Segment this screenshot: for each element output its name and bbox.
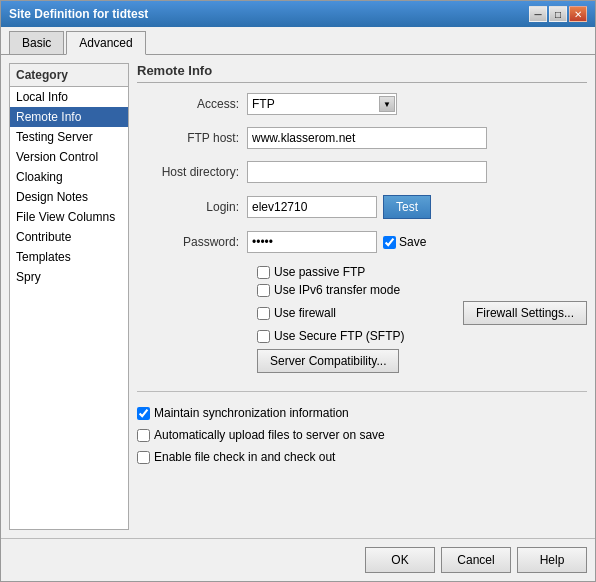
- check-in-row: Enable file check in and check out: [137, 450, 587, 464]
- sidebar-item-testing-server[interactable]: Testing Server: [10, 127, 128, 147]
- password-input[interactable]: [247, 231, 377, 253]
- help-button[interactable]: Help: [517, 547, 587, 573]
- checkbox-section: Use passive FTP Use IPv6 transfer mode U…: [257, 265, 587, 373]
- tab-basic[interactable]: Basic: [9, 31, 64, 54]
- footer: OK Cancel Help: [1, 538, 595, 581]
- firewall-label: Use firewall: [274, 306, 336, 320]
- sidebar-item-spry[interactable]: Spry: [10, 267, 128, 287]
- ftp-host-row: FTP host:: [137, 127, 587, 149]
- save-checkbox-group: Save: [383, 235, 426, 249]
- maximize-button[interactable]: □: [549, 6, 567, 22]
- sftp-label: Use Secure FTP (SFTP): [274, 329, 404, 343]
- password-row: Password: Save: [137, 231, 587, 253]
- sync-row: Maintain synchronization information: [137, 406, 587, 420]
- ipv6-label: Use IPv6 transfer mode: [274, 283, 400, 297]
- save-checkbox[interactable]: [383, 236, 396, 249]
- sidebar: Category Local Info Remote Info Testing …: [9, 63, 129, 530]
- sidebar-item-design-notes[interactable]: Design Notes: [10, 187, 128, 207]
- access-row: Access: FTP SFTP Local/Network RDS WebDA…: [137, 93, 587, 115]
- check-in-label: Enable file check in and check out: [154, 450, 335, 464]
- sidebar-item-remote-info[interactable]: Remote Info: [10, 107, 128, 127]
- window-title: Site Definition for tidtest: [9, 7, 148, 21]
- firewall-checkbox[interactable]: [257, 307, 270, 320]
- tabs-bar: Basic Advanced: [1, 27, 595, 55]
- divider: [137, 391, 587, 392]
- auto-upload-row: Automatically upload files to server on …: [137, 428, 587, 442]
- sidebar-item-local-info[interactable]: Local Info: [10, 87, 128, 107]
- ftp-host-label: FTP host:: [137, 131, 247, 145]
- firewall-left: Use firewall: [257, 306, 336, 320]
- sync-checkbox[interactable]: [137, 407, 150, 420]
- sync-label: Maintain synchronization information: [154, 406, 349, 420]
- access-label: Access:: [137, 97, 247, 111]
- cancel-button[interactable]: Cancel: [441, 547, 511, 573]
- passive-ftp-row: Use passive FTP: [257, 265, 587, 279]
- host-dir-input[interactable]: [247, 161, 487, 183]
- close-button[interactable]: ✕: [569, 6, 587, 22]
- login-controls: Test: [247, 195, 431, 219]
- login-row: Login: Test: [137, 195, 587, 219]
- firewall-settings-button[interactable]: Firewall Settings...: [463, 301, 587, 325]
- host-dir-label: Host directory:: [137, 165, 247, 179]
- host-dir-row: Host directory:: [137, 161, 587, 183]
- sftp-checkbox[interactable]: [257, 330, 270, 343]
- content-area: Category Local Info Remote Info Testing …: [1, 55, 595, 538]
- access-select[interactable]: FTP SFTP Local/Network RDS WebDAV: [247, 93, 397, 115]
- sidebar-header: Category: [10, 64, 128, 87]
- ipv6-checkbox[interactable]: [257, 284, 270, 297]
- firewall-row: Use firewall Firewall Settings...: [257, 301, 587, 325]
- login-input[interactable]: [247, 196, 377, 218]
- main-panel: Remote Info Access: FTP SFTP Local/Netwo…: [137, 63, 587, 530]
- main-window: Site Definition for tidtest ─ □ ✕ Basic …: [0, 0, 596, 582]
- passive-ftp-label: Use passive FTP: [274, 265, 365, 279]
- ipv6-row: Use IPv6 transfer mode: [257, 283, 587, 297]
- bottom-checkboxes: Maintain synchronization information Aut…: [137, 406, 587, 468]
- sidebar-item-templates[interactable]: Templates: [10, 247, 128, 267]
- sftp-row: Use Secure FTP (SFTP): [257, 329, 587, 343]
- sidebar-item-cloaking[interactable]: Cloaking: [10, 167, 128, 187]
- auto-upload-label: Automatically upload files to server on …: [154, 428, 385, 442]
- sidebar-item-file-view-columns[interactable]: File View Columns: [10, 207, 128, 227]
- tab-advanced[interactable]: Advanced: [66, 31, 145, 55]
- passive-ftp-checkbox[interactable]: [257, 266, 270, 279]
- password-controls: Save: [247, 231, 426, 253]
- minimize-button[interactable]: ─: [529, 6, 547, 22]
- login-label: Login:: [137, 200, 247, 214]
- sidebar-item-contribute[interactable]: Contribute: [10, 227, 128, 247]
- password-label: Password:: [137, 235, 247, 249]
- title-bar-buttons: ─ □ ✕: [529, 6, 587, 22]
- panel-title: Remote Info: [137, 63, 587, 83]
- ftp-host-input[interactable]: [247, 127, 487, 149]
- check-in-checkbox[interactable]: [137, 451, 150, 464]
- server-compatibility-button[interactable]: Server Compatibility...: [257, 349, 399, 373]
- server-compat-wrapper: Server Compatibility...: [257, 349, 587, 373]
- test-button[interactable]: Test: [383, 195, 431, 219]
- sidebar-item-version-control[interactable]: Version Control: [10, 147, 128, 167]
- title-bar: Site Definition for tidtest ─ □ ✕: [1, 1, 595, 27]
- access-select-wrapper: FTP SFTP Local/Network RDS WebDAV ▼: [247, 93, 397, 115]
- ok-button[interactable]: OK: [365, 547, 435, 573]
- auto-upload-checkbox[interactable]: [137, 429, 150, 442]
- save-label-text: Save: [399, 235, 426, 249]
